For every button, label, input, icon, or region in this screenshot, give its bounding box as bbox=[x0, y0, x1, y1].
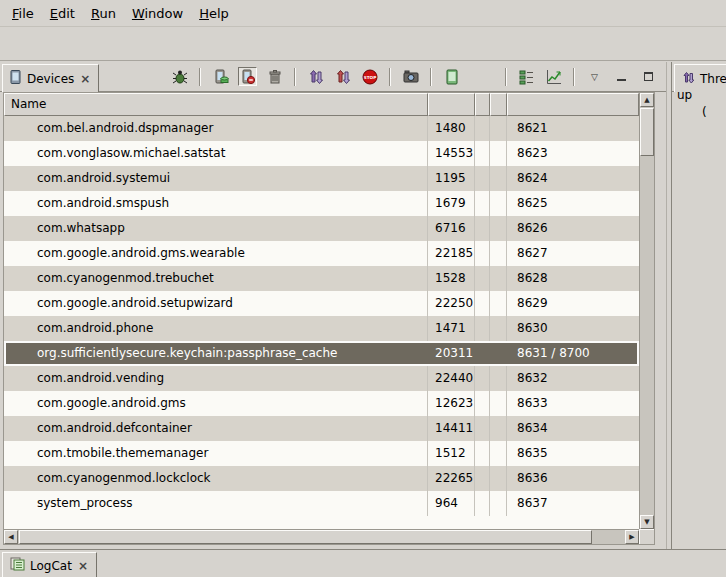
threads-tabbar: Threads bbox=[672, 62, 726, 92]
update-heap-icon[interactable] bbox=[211, 67, 230, 86]
tab-devices-label: Devices bbox=[27, 72, 74, 86]
maximize-icon[interactable] bbox=[639, 67, 658, 86]
table-row[interactable]: com.whatsapp67168626 bbox=[4, 216, 639, 241]
empty-cell bbox=[475, 316, 490, 341]
scroll-right-button[interactable]: ▶ bbox=[625, 530, 639, 544]
column-header-empty[interactable] bbox=[490, 93, 507, 116]
empty-cell bbox=[490, 241, 507, 266]
empty-cell bbox=[475, 141, 490, 166]
view-menu-icon[interactable]: ▽ bbox=[585, 67, 604, 86]
menu-bar: File Edit Run Window Help bbox=[0, 0, 726, 27]
tab-devices[interactable]: Devices × bbox=[2, 64, 99, 92]
logcat-icon bbox=[10, 557, 25, 574]
table-row[interactable]: com.android.systemui11958624 bbox=[4, 166, 639, 191]
toolbar-separator bbox=[199, 68, 201, 86]
table-row[interactable]: com.bel.android.dspmanager14808621 bbox=[4, 116, 639, 141]
table-row[interactable]: org.sufficientlysecure.keychain:passphra… bbox=[4, 341, 639, 366]
empty-cell bbox=[490, 166, 507, 191]
hierarchy-icon[interactable] bbox=[517, 67, 536, 86]
process-name: com.google.android.setupwizard bbox=[4, 291, 428, 316]
tab-threads-label: Threads bbox=[700, 72, 726, 86]
update-threads-icon[interactable] bbox=[306, 67, 325, 86]
process-name: com.google.android.gms bbox=[4, 391, 428, 416]
table-row[interactable]: com.android.vending224408632 bbox=[4, 366, 639, 391]
horizontal-scrollbar[interactable]: ◀ ▶ bbox=[4, 529, 639, 544]
close-icon[interactable]: × bbox=[79, 72, 91, 86]
process-port: 8633 bbox=[507, 391, 639, 416]
empty-cell bbox=[475, 166, 490, 191]
process-port: 8624 bbox=[507, 166, 639, 191]
table-row[interactable]: com.cyanogenmod.trebuchet15288628 bbox=[4, 266, 639, 291]
vertical-scrollbar[interactable]: ▲ ▼ bbox=[639, 93, 654, 529]
vertical-scroll-thumb[interactable] bbox=[640, 108, 654, 156]
minimize-icon[interactable] bbox=[612, 67, 631, 86]
table-row[interactable]: com.android.defcontainer144118634 bbox=[4, 416, 639, 441]
process-name: com.vonglasow.michael.satstat bbox=[4, 141, 428, 166]
process-name: com.android.defcontainer bbox=[4, 416, 428, 441]
empty-cell bbox=[490, 466, 507, 491]
column-header-name[interactable]: Name bbox=[4, 93, 428, 116]
process-port: 8627 bbox=[507, 241, 639, 266]
process-pid: 1480 bbox=[428, 116, 475, 141]
process-pid: 20311 bbox=[428, 341, 475, 366]
process-pid: 22185 bbox=[428, 241, 475, 266]
process-pid: 1528 bbox=[428, 266, 475, 291]
toolbar-separator bbox=[389, 68, 391, 86]
column-header-pid[interactable] bbox=[428, 93, 475, 116]
empty-cell bbox=[490, 441, 507, 466]
empty-cell bbox=[475, 491, 490, 516]
system-info-icon[interactable] bbox=[442, 67, 461, 86]
scroll-up-button[interactable]: ▲ bbox=[640, 93, 654, 107]
empty-cell bbox=[490, 391, 507, 416]
main-toolbar bbox=[0, 28, 726, 61]
table-row[interactable]: com.google.android.setupwizard222508629 bbox=[4, 291, 639, 316]
empty-cell bbox=[475, 441, 490, 466]
menu-edit[interactable]: Edit bbox=[42, 2, 83, 25]
table-row[interactable]: com.android.phone14718630 bbox=[4, 316, 639, 341]
table-row[interactable]: com.android.smspush16798625 bbox=[4, 191, 639, 216]
toolbar-separator bbox=[573, 68, 575, 86]
scroll-left-button[interactable]: ◀ bbox=[4, 530, 18, 544]
menu-help[interactable]: Help bbox=[191, 2, 237, 25]
table-row[interactable]: system_process9648637 bbox=[4, 491, 639, 516]
profiling-icon[interactable] bbox=[544, 67, 563, 86]
gc-trash-icon[interactable] bbox=[265, 67, 284, 86]
empty-cell bbox=[490, 416, 507, 441]
column-header-port[interactable] bbox=[507, 93, 639, 116]
empty-cell bbox=[475, 116, 490, 141]
process-name: com.tmobile.thememanager bbox=[4, 441, 428, 466]
process-pid: 14411 bbox=[428, 416, 475, 441]
empty-cell bbox=[490, 316, 507, 341]
menu-file[interactable]: File bbox=[4, 2, 42, 25]
process-port: 8637 bbox=[507, 491, 639, 516]
menu-run[interactable]: Run bbox=[83, 2, 124, 25]
table-row[interactable]: com.google.android.gms.wearable221858627 bbox=[4, 241, 639, 266]
table-row[interactable]: com.google.android.gms126238633 bbox=[4, 391, 639, 416]
device-table-body: com.bel.android.dspmanager14808621com.vo… bbox=[4, 116, 639, 529]
table-row[interactable]: com.tmobile.thememanager15128635 bbox=[4, 441, 639, 466]
process-pid: 22250 bbox=[428, 291, 475, 316]
dump-threads-icon[interactable] bbox=[333, 67, 352, 86]
debug-icon[interactable] bbox=[170, 67, 189, 86]
tab-logcat-label: LogCat bbox=[30, 559, 72, 573]
screen-capture-icon[interactable] bbox=[401, 67, 420, 86]
table-row[interactable]: com.cyanogenmod.lockclock222658636 bbox=[4, 466, 639, 491]
column-header-empty[interactable] bbox=[475, 93, 490, 116]
tab-logcat[interactable]: LogCat × bbox=[2, 552, 97, 577]
process-name: com.android.vending bbox=[4, 366, 428, 391]
tab-threads[interactable]: Threads bbox=[674, 64, 726, 92]
table-row[interactable]: com.vonglasow.michael.satstat145538623 bbox=[4, 141, 639, 166]
threads-message-line2: ( bbox=[702, 104, 726, 121]
empty-cell bbox=[490, 341, 507, 366]
process-name: com.android.systemui bbox=[4, 166, 428, 191]
stop-process-icon[interactable]: STOP bbox=[360, 67, 379, 86]
process-pid: 22265 bbox=[428, 466, 475, 491]
process-pid: 1471 bbox=[428, 316, 475, 341]
close-icon[interactable]: × bbox=[77, 559, 89, 573]
process-pid: 14553 bbox=[428, 141, 475, 166]
scroll-down-button[interactable]: ▼ bbox=[640, 515, 654, 529]
menu-window[interactable]: Window bbox=[124, 2, 191, 25]
empty-cell bbox=[490, 116, 507, 141]
dump-hprof-icon[interactable] bbox=[238, 67, 257, 86]
horizontal-scroll-thumb[interactable] bbox=[19, 530, 592, 544]
